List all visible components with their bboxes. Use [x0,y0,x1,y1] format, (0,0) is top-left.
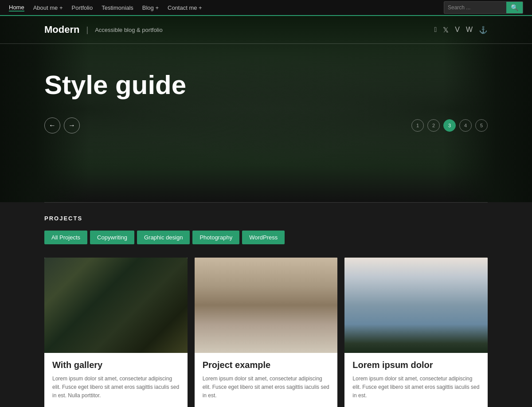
card-text-3: Lorem ipsum dolor sit amet, consectetur … [352,375,480,400]
filter-graphic-design[interactable]: Graphic design [137,231,190,244]
card-image-1 [44,258,188,353]
brand: Modern | Accessible blog & portfolio [44,24,163,35]
slide-dot-2[interactable]: 2 [427,119,440,132]
project-card-2: Project example Lorem ipsum dolor sit am… [195,258,338,407]
card-title-2: Project example [203,360,330,370]
brand-title: Modern [44,24,79,35]
project-card-1: With gallery Lorem ipsum dolor sit amet,… [44,258,188,407]
card-body-3: Lorem ipsum dolor Lorem ipsum dolor sit … [344,353,488,407]
filter-photography[interactable]: Photography [192,231,239,244]
hero-controls: ← → 1 2 3 4 5 [44,117,488,133]
projects-title: PROJECTS [44,215,488,222]
search-box: 🔍 [444,1,523,14]
card-title-3: Lorem ipsum dolor [352,360,480,370]
search-button[interactable]: 🔍 [506,2,523,13]
slide-dot-5[interactable]: 5 [475,119,488,132]
nav-links: Home About me + Portfolio Testimonials B… [9,4,202,12]
search-input[interactable] [444,3,506,12]
slide-dot-3[interactable]: 3 [443,119,456,132]
social-facebook[interactable]:  [434,26,437,34]
nav-about[interactable]: About me + [33,4,63,11]
social-wordpress[interactable]: W [466,26,473,34]
slide-dot-1[interactable]: 1 [411,119,424,132]
slide-dots: 1 2 3 4 5 [411,119,488,132]
nav-portfolio[interactable]: Portfolio [72,4,93,11]
hero-header: Modern | Accessible blog & portfolio  𝕏… [0,16,532,44]
nav-contact[interactable]: Contact me + [168,4,202,11]
social-link[interactable]: ⚓ [479,26,488,34]
nav-testimonials[interactable]: Testimonials [102,4,133,11]
card-image-2 [195,258,338,353]
slide-arrows: ← → [44,117,80,133]
hero-title: Style guide [44,70,488,100]
cards-grid: With gallery Lorem ipsum dolor sit amet,… [44,258,488,407]
card-body-1: With gallery Lorem ipsum dolor sit amet,… [44,353,188,407]
social-twitter[interactable]: 𝕏 [443,26,449,34]
card-body-2: Project example Lorem ipsum dolor sit am… [195,353,338,407]
filter-tabs: All Projects Copywriting Graphic design … [44,231,488,244]
card-title-1: With gallery [52,360,180,370]
card-text-2: Lorem ipsum dolor sit amet, consectetur … [203,375,330,400]
nav-home[interactable]: Home [9,4,24,12]
top-navigation: Home About me + Portfolio Testimonials B… [0,0,532,16]
nav-blog[interactable]: Blog + [142,4,159,11]
social-vimeo[interactable]: V [455,26,460,34]
brand-divider: | [86,25,88,35]
prev-slide-button[interactable]: ← [44,117,60,133]
project-card-3: Lorem ipsum dolor Lorem ipsum dolor sit … [344,258,488,407]
projects-section: PROJECTS All Projects Copywriting Graphi… [0,203,532,407]
filter-wordpress[interactable]: WordPress [242,231,285,244]
hero-section: Modern | Accessible blog & portfolio  𝕏… [0,16,532,202]
next-slide-button[interactable]: → [64,117,80,133]
card-text-1: Lorem ipsum dolor sit amet, consectetur … [52,375,180,400]
filter-all[interactable]: All Projects [44,231,87,244]
hero-content: Style guide ← → 1 2 3 4 5 [0,44,532,147]
slide-dot-4[interactable]: 4 [459,119,472,132]
social-links:  𝕏 V W ⚓ [434,26,488,34]
brand-subtitle: Accessible blog & portfolio [95,27,162,33]
filter-copywriting[interactable]: Copywriting [90,231,134,244]
card-image-3 [344,258,488,353]
